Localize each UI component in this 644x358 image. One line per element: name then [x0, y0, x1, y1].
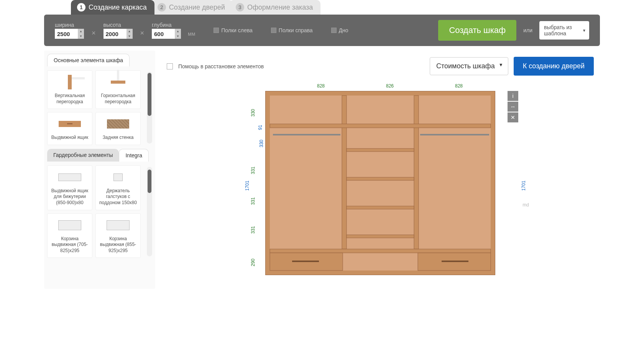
generic-icon [58, 173, 81, 181]
cost-dropdown[interactable]: Стоимость шкафа [430, 57, 508, 75]
help-checkbox[interactable] [167, 63, 173, 69]
tab-wardrobe[interactable]: Гардеробные элементы [47, 149, 119, 162]
palette-item-v-divider[interactable]: Вертикальная перегородка [47, 70, 92, 109]
check-label: Дно [339, 27, 348, 33]
width-up[interactable]: ▲ [78, 29, 84, 34]
template-dropdown[interactable]: выбрать из шаблона [539, 21, 589, 40]
checkbox-icon[interactable] [331, 28, 337, 33]
scrollbar[interactable] [147, 167, 152, 257]
parameter-bar: ширина ▲▼ × высота ▲▼ × глубина ▲▼ мм По… [44, 15, 600, 46]
svg-rect-1 [270, 96, 491, 271]
h-divider-icon [111, 81, 125, 84]
item-label: Горизонтальная перегородка [98, 93, 138, 105]
checkbox-icon[interactable] [214, 28, 219, 33]
tab-integra[interactable]: Integra [119, 149, 149, 162]
times-icon: × [91, 24, 97, 37]
item-label: Корзина выдвижная (855-925)x295 [98, 236, 138, 254]
back-panel-icon [107, 119, 129, 129]
item-label: Держатель галстуков с поддоном 150x80 [98, 188, 138, 206]
v-divider-icon [68, 75, 72, 89]
help-label: Помощь в расстановке элементов [178, 63, 264, 69]
depth-down[interactable]: ▼ [175, 34, 181, 39]
check-label: Полки слева [221, 27, 253, 33]
cabinet-svg[interactable] [265, 91, 495, 275]
depth-label: глубина [152, 22, 181, 28]
dim-top-1: 828 [288, 83, 353, 89]
width-group: ширина ▲▼ [55, 22, 84, 39]
height-up[interactable]: ▲ [127, 29, 133, 34]
check-label: Полки справа [279, 27, 313, 33]
main-elements-palette: Вертикальная перегородка Горизонтальная … [47, 70, 152, 145]
item-label: Корзина выдвижная (705-825)x295 [50, 236, 90, 254]
palette-item-h-divider[interactable]: Горизонтальная перегородка [95, 70, 141, 109]
height-down[interactable]: ▼ [127, 34, 133, 39]
unit-label: мм [188, 24, 195, 37]
svg-rect-4 [270, 124, 491, 128]
scrollbar-thumb[interactable] [148, 170, 151, 193]
scrollbar[interactable] [147, 72, 152, 144]
step-label: Создание каркаса [89, 3, 147, 12]
dim-top-3: 828 [426, 83, 491, 89]
height-label: высота [104, 22, 133, 28]
dim-l-g-1: 330 [250, 109, 256, 117]
step-3[interactable]: 3Оформление заказа [230, 0, 320, 15]
drawer-icon [59, 121, 81, 127]
dim-l-g-5: 290 [250, 259, 256, 266]
shelves-left-check[interactable]: Полки слева [214, 27, 253, 33]
svg-rect-9 [347, 206, 414, 209]
step-1[interactable]: 1Создание каркаса [71, 0, 154, 15]
generic-icon [107, 220, 130, 230]
shelves-right-check[interactable]: Полки справа [271, 27, 313, 33]
item-label: Выдвижной ящик [51, 135, 88, 141]
scrollbar-thumb[interactable] [148, 73, 151, 116]
width-label: ширина [55, 22, 84, 28]
item-label: Задняя стенка [103, 135, 134, 141]
step-number: 3 [236, 3, 244, 12]
cabinet-drawing[interactable]: 828 826 828 330 331 331 331 290 91 330 1… [242, 83, 518, 283]
step-2[interactable]: 2Создание дверей [151, 0, 233, 15]
tab-main-elements[interactable]: Основные элемента шкафа [47, 54, 130, 66]
step-number: 2 [158, 3, 166, 12]
step-number: 1 [77, 3, 85, 12]
create-button[interactable]: Создать шкаф [438, 20, 516, 41]
svg-rect-11 [270, 249, 491, 253]
palette-item-basket-large[interactable]: Корзина выдвижная (855-925)x295 [95, 213, 141, 258]
times-icon: × [140, 24, 145, 37]
wizard-steps: 1Создание каркаса 2Создание дверей 3Офор… [71, 0, 600, 15]
svg-rect-15 [442, 261, 468, 262]
palette-item-tie-holder[interactable]: Держатель галстуков с поддоном 150x80 [95, 165, 141, 210]
canvas-area: Помощь в расстановке элементов Стоимость… [161, 51, 600, 289]
palette-item-drawer[interactable]: Выдвижной ящик [47, 112, 92, 145]
md-label: md [522, 202, 529, 208]
dim-l-b-2: 330 [259, 140, 264, 147]
dim-l-b-3: 1701 [245, 181, 250, 191]
integra-palette: Выдвижной ящик для бижутерии (850-900)x8… [47, 165, 152, 258]
svg-rect-7 [347, 148, 414, 152]
width-input[interactable] [55, 29, 78, 39]
canvas-toolbar: Помощь в расстановке элементов Стоимость… [167, 57, 594, 76]
or-text: или [523, 27, 532, 33]
dim-l-g-3: 331 [250, 197, 256, 205]
depth-input[interactable] [152, 29, 175, 39]
checkbox-icon[interactable] [271, 28, 276, 33]
palette-item-back-panel[interactable]: Задняя стенка [95, 112, 141, 145]
dim-l-b-1: 91 [258, 125, 263, 130]
step-label: Создание дверей [169, 3, 225, 12]
item-label: Вертикальная перегородка [50, 93, 90, 105]
width-down[interactable]: ▼ [78, 34, 84, 39]
generic-icon [113, 173, 123, 181]
depth-up[interactable]: ▲ [175, 29, 181, 34]
dim-top-2: 826 [357, 83, 422, 89]
info-tool[interactable]: i [508, 91, 518, 101]
to-doors-button[interactable]: К созданию дверей [514, 57, 594, 76]
resize-tool[interactable]: ↔ [508, 102, 518, 112]
close-tool[interactable]: ✕ [508, 112, 518, 122]
height-group: высота ▲▼ [104, 22, 133, 39]
bottom-check[interactable]: Дно [331, 27, 348, 33]
height-input[interactable] [104, 29, 127, 39]
palette-item-jewelry-drawer[interactable]: Выдвижной ящик для бижутерии (850-900)x8… [47, 165, 92, 210]
item-label: Выдвижной ящик для бижутерии (850-900)x8… [50, 188, 90, 206]
palette-item-basket-small[interactable]: Корзина выдвижная (705-825)x295 [47, 213, 92, 258]
svg-rect-10 [347, 235, 414, 238]
dim-right: 1701 [521, 181, 527, 191]
